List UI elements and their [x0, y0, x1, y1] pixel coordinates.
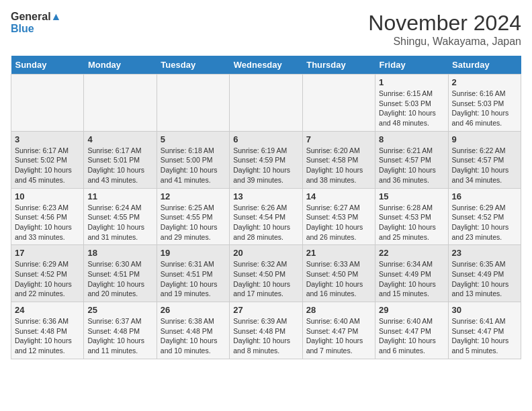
day-number: 5	[161, 134, 226, 144]
day-info: Sunrise: 6:27 AMSunset: 4:53 PMDaylight:…	[306, 203, 371, 242]
day-info: Sunrise: 6:29 AMSunset: 4:52 PMDaylight:…	[15, 259, 80, 299]
calendar-day-cell: 7Sunrise: 6:20 AMSunset: 4:58 PMDaylight…	[302, 131, 375, 188]
calendar-week-row: 17Sunrise: 6:29 AMSunset: 4:52 PMDayligh…	[11, 245, 521, 302]
day-number: 24	[15, 305, 80, 315]
day-number: 15	[379, 191, 444, 201]
calendar-day-cell: 3Sunrise: 6:17 AMSunset: 5:02 PMDaylight…	[11, 131, 84, 188]
day-number: 21	[306, 248, 371, 258]
day-info: Sunrise: 6:19 AMSunset: 4:59 PMDaylight:…	[233, 146, 298, 185]
calendar-day-cell: 18Sunrise: 6:30 AMSunset: 4:51 PMDayligh…	[84, 245, 157, 302]
day-info: Sunrise: 6:28 AMSunset: 4:53 PMDaylight:…	[379, 203, 444, 242]
calendar-day-cell: 16Sunrise: 6:29 AMSunset: 4:52 PMDayligh…	[448, 188, 521, 245]
calendar-day-cell: 24Sunrise: 6:36 AMSunset: 4:48 PMDayligh…	[11, 302, 84, 359]
calendar-day-cell: 13Sunrise: 6:26 AMSunset: 4:54 PMDayligh…	[230, 188, 302, 245]
calendar-day-cell: 21Sunrise: 6:33 AMSunset: 4:50 PMDayligh…	[302, 245, 375, 302]
calendar-day-cell: 8Sunrise: 6:21 AMSunset: 4:57 PMDaylight…	[375, 131, 448, 188]
calendar-empty-cell	[11, 75, 84, 132]
weekday-header-thursday: Thursday	[302, 56, 375, 75]
calendar-day-cell: 10Sunrise: 6:23 AMSunset: 4:56 PMDayligh…	[11, 188, 84, 245]
calendar-day-cell: 15Sunrise: 6:28 AMSunset: 4:53 PMDayligh…	[375, 188, 448, 245]
calendar-day-cell: 11Sunrise: 6:24 AMSunset: 4:55 PMDayligh…	[84, 188, 157, 245]
day-number: 29	[379, 305, 444, 315]
calendar-day-cell: 27Sunrise: 6:39 AMSunset: 4:48 PMDayligh…	[230, 302, 302, 359]
day-number: 12	[161, 191, 226, 201]
calendar-week-row: 3Sunrise: 6:17 AMSunset: 5:02 PMDaylight…	[11, 131, 521, 188]
page-subtitle: Shingu, Wakayama, Japan	[368, 36, 521, 48]
day-number: 1	[379, 77, 444, 87]
calendar-day-cell: 25Sunrise: 6:37 AMSunset: 4:48 PMDayligh…	[84, 302, 157, 359]
day-info: Sunrise: 6:40 AMSunset: 4:47 PMDaylight:…	[306, 316, 371, 356]
day-info: Sunrise: 6:29 AMSunset: 4:52 PMDaylight:…	[452, 203, 517, 242]
calendar-empty-cell	[230, 75, 302, 132]
day-number: 9	[452, 134, 517, 144]
calendar-day-cell: 19Sunrise: 6:31 AMSunset: 4:51 PMDayligh…	[157, 245, 229, 302]
day-number: 6	[233, 134, 298, 144]
day-number: 19	[161, 248, 226, 258]
day-info: Sunrise: 6:18 AMSunset: 5:00 PMDaylight:…	[161, 146, 226, 185]
calendar-day-cell: 6Sunrise: 6:19 AMSunset: 4:59 PMDaylight…	[230, 131, 302, 188]
day-info: Sunrise: 6:31 AMSunset: 4:51 PMDaylight:…	[161, 259, 226, 299]
calendar-week-row: 10Sunrise: 6:23 AMSunset: 4:56 PMDayligh…	[11, 188, 521, 245]
calendar-day-cell: 4Sunrise: 6:17 AMSunset: 5:01 PMDaylight…	[84, 131, 157, 188]
day-info: Sunrise: 6:22 AMSunset: 4:57 PMDaylight:…	[452, 146, 517, 185]
day-info: Sunrise: 6:21 AMSunset: 4:57 PMDaylight:…	[379, 146, 444, 185]
day-number: 8	[379, 134, 444, 144]
day-number: 17	[15, 248, 80, 258]
day-number: 4	[87, 134, 152, 144]
calendar-empty-cell	[302, 75, 375, 132]
weekday-header-saturday: Saturday	[448, 56, 521, 75]
calendar-day-cell: 1Sunrise: 6:15 AMSunset: 5:03 PMDaylight…	[375, 75, 448, 132]
logo: General▲ Blue	[11, 11, 61, 36]
day-info: Sunrise: 6:41 AMSunset: 4:47 PMDaylight:…	[452, 316, 517, 356]
day-number: 25	[87, 305, 152, 315]
calendar-day-cell: 20Sunrise: 6:32 AMSunset: 4:50 PMDayligh…	[230, 245, 302, 302]
weekday-header-row: SundayMondayTuesdayWednesdayThursdayFrid…	[11, 56, 521, 75]
day-number: 18	[87, 248, 152, 258]
day-number: 10	[15, 191, 80, 201]
calendar-week-row: 1Sunrise: 6:15 AMSunset: 5:03 PMDaylight…	[11, 75, 521, 132]
day-info: Sunrise: 6:15 AMSunset: 5:03 PMDaylight:…	[379, 89, 444, 128]
day-number: 28	[306, 305, 371, 315]
weekday-header-sunday: Sunday	[11, 56, 84, 75]
day-number: 23	[452, 248, 517, 258]
calendar-day-cell: 29Sunrise: 6:40 AMSunset: 4:47 PMDayligh…	[375, 302, 448, 359]
weekday-header-tuesday: Tuesday	[157, 56, 229, 75]
day-number: 27	[233, 305, 298, 315]
calendar-empty-cell	[157, 75, 229, 132]
day-number: 26	[161, 305, 226, 315]
day-info: Sunrise: 6:38 AMSunset: 4:48 PMDaylight:…	[161, 316, 226, 356]
calendar-day-cell: 17Sunrise: 6:29 AMSunset: 4:52 PMDayligh…	[11, 245, 84, 302]
day-info: Sunrise: 6:24 AMSunset: 4:55 PMDaylight:…	[87, 203, 152, 242]
day-number: 3	[15, 134, 80, 144]
day-number: 2	[452, 77, 517, 87]
day-number: 20	[233, 248, 298, 258]
title-block: November 2024 Shingu, Wakayama, Japan	[368, 11, 521, 48]
day-number: 11	[87, 191, 152, 201]
day-number: 14	[306, 191, 371, 201]
calendar-table: SundayMondayTuesdayWednesdayThursdayFrid…	[11, 56, 521, 359]
calendar-day-cell: 9Sunrise: 6:22 AMSunset: 4:57 PMDaylight…	[448, 131, 521, 188]
day-info: Sunrise: 6:30 AMSunset: 4:51 PMDaylight:…	[87, 259, 152, 299]
calendar-empty-cell	[84, 75, 157, 132]
calendar-day-cell: 30Sunrise: 6:41 AMSunset: 4:47 PMDayligh…	[448, 302, 521, 359]
day-number: 16	[452, 191, 517, 201]
day-info: Sunrise: 6:36 AMSunset: 4:48 PMDaylight:…	[15, 316, 80, 356]
day-info: Sunrise: 6:34 AMSunset: 4:49 PMDaylight:…	[379, 259, 444, 299]
page-header: General▲ Blue November 2024 Shingu, Waka…	[11, 11, 521, 48]
weekday-header-friday: Friday	[375, 56, 448, 75]
logo-text: General▲ Blue	[11, 11, 61, 36]
day-info: Sunrise: 6:37 AMSunset: 4:48 PMDaylight:…	[87, 316, 152, 356]
day-info: Sunrise: 6:32 AMSunset: 4:50 PMDaylight:…	[233, 259, 298, 299]
day-info: Sunrise: 6:25 AMSunset: 4:55 PMDaylight:…	[161, 203, 226, 242]
day-number: 30	[452, 305, 517, 315]
day-info: Sunrise: 6:26 AMSunset: 4:54 PMDaylight:…	[233, 203, 298, 242]
calendar-day-cell: 28Sunrise: 6:40 AMSunset: 4:47 PMDayligh…	[302, 302, 375, 359]
day-info: Sunrise: 6:33 AMSunset: 4:50 PMDaylight:…	[306, 259, 371, 299]
calendar-day-cell: 23Sunrise: 6:35 AMSunset: 4:49 PMDayligh…	[448, 245, 521, 302]
day-number: 22	[379, 248, 444, 258]
day-info: Sunrise: 6:39 AMSunset: 4:48 PMDaylight:…	[233, 316, 298, 356]
calendar-week-row: 24Sunrise: 6:36 AMSunset: 4:48 PMDayligh…	[11, 302, 521, 359]
calendar-day-cell: 14Sunrise: 6:27 AMSunset: 4:53 PMDayligh…	[302, 188, 375, 245]
calendar-day-cell: 12Sunrise: 6:25 AMSunset: 4:55 PMDayligh…	[157, 188, 229, 245]
day-info: Sunrise: 6:23 AMSunset: 4:56 PMDaylight:…	[15, 203, 80, 242]
